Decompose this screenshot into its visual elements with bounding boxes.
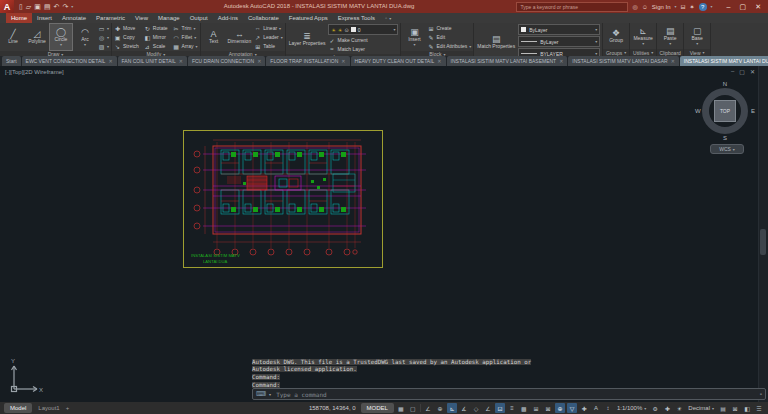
doc-close-icon[interactable]: ✕ [750, 68, 755, 75]
qat-customize-icon[interactable]: ▾ [71, 0, 73, 13]
isometric-drafting-icon[interactable]: ◇ [471, 403, 481, 413]
fillet-button[interactable]: ◠Fillet▾ [173, 33, 198, 41]
customization-icon[interactable]: ☰ [754, 403, 764, 413]
base-button[interactable]: ▢ Base ▾ [686, 24, 708, 48]
tab-close-icon[interactable]: ✕ [108, 58, 112, 64]
ribbon-tab-manage[interactable]: Manage [153, 13, 185, 23]
make-current-button[interactable]: ✓Make Current [328, 36, 398, 44]
linetype-dropdown[interactable]: BYLAYER ▾ [518, 48, 600, 56]
create-block-button[interactable]: ⊞Create [427, 24, 471, 32]
table-button[interactable]: ⊞Table [254, 42, 283, 50]
object-snap-icon[interactable]: ⊡ [495, 403, 505, 413]
3d-object-snap-icon[interactable]: ⊠ [543, 403, 553, 413]
text-button[interactable]: A Text [203, 24, 225, 50]
line-button[interactable]: ╱ Line [2, 24, 24, 50]
linear-button[interactable]: ↔Linear▾ [254, 24, 283, 32]
tab-close-icon[interactable]: ✕ [437, 58, 441, 64]
snap-mode-icon[interactable]: ▢ [408, 403, 418, 413]
ribbon-tab-express-tools[interactable]: Express Tools [333, 13, 380, 23]
close-icon[interactable]: ✕ [751, 0, 765, 13]
panel-utilities-label[interactable]: Utilities▾ [630, 49, 656, 56]
array-button[interactable]: ▦Array▾ [173, 42, 198, 50]
help-icon[interactable]: ? [699, 3, 707, 11]
app-store-icon[interactable]: ⊟ [681, 3, 686, 10]
autoscale-icon[interactable]: ↕ [603, 403, 613, 413]
stretch-button[interactable]: ↘Stretch [114, 42, 139, 50]
file-tab[interactable]: INSTALASI SISTIM MATV LANTAI DASAR✕ [568, 56, 679, 66]
copy-button[interactable]: ▣Copy [114, 33, 139, 41]
model-tab[interactable]: Model [4, 403, 32, 413]
search-icon[interactable]: ◎ [632, 3, 637, 10]
leader-button[interactable]: ↗Leader▾ [254, 33, 283, 41]
lock-ui-icon[interactable]: ⊠ [730, 403, 740, 413]
paste-button[interactable]: ▤ Paste ▾ [659, 24, 681, 48]
viewcube-west[interactable]: W [695, 108, 701, 114]
polyline-button[interactable]: ◿ Polyline [26, 24, 48, 50]
panel-view-label[interactable]: View▾ [684, 49, 710, 56]
vertical-scrollbar[interactable] [758, 66, 768, 402]
match-properties-button[interactable]: ▤ Match Properties [476, 24, 516, 56]
move-button[interactable]: ✚Move [114, 24, 139, 32]
help-caret-icon[interactable]: ▾ [711, 4, 713, 9]
tab-close-icon[interactable]: ✕ [179, 58, 183, 64]
layer-dropdown[interactable]: ☀ ☀ ⊙ 0 ▾ [328, 24, 398, 35]
help-search-input[interactable] [516, 2, 628, 12]
edit-block-button[interactable]: ✎Edit [427, 33, 471, 41]
layer-properties-button[interactable]: ≣ Layer Properties [288, 24, 327, 53]
rectangle-button[interactable]: ▭▾ [98, 24, 109, 32]
panel-layers-label[interactable]: Layers▾ [286, 54, 401, 56]
transparency-icon[interactable]: ▩ [519, 403, 529, 413]
viewcube-south[interactable]: S [723, 135, 727, 141]
ribbon-tab-output[interactable]: Output [185, 13, 213, 23]
grid-display-icon[interactable]: ▦ [396, 403, 406, 413]
viewport-controls[interactable]: [-][Top][2D Wireframe] [5, 69, 64, 75]
selection-filtering-icon[interactable]: ▽ [567, 403, 577, 413]
command-input[interactable] [274, 390, 757, 399]
circle-button[interactable]: ◯ Circle ▾ [50, 24, 72, 50]
graphics-performance-icon[interactable]: ◧ [742, 403, 752, 413]
viewcube-east[interactable]: E [751, 108, 755, 114]
new-file-icon[interactable]: ▯ [19, 0, 23, 13]
maximize-icon[interactable]: ▢ [736, 0, 751, 13]
tab-close-icon[interactable]: ✕ [671, 58, 675, 64]
object-snap-tracking-icon[interactable]: ∠ [483, 403, 493, 413]
tab-close-icon[interactable]: ✕ [257, 58, 261, 64]
file-tab[interactable]: FCU DRAIN CONNECTION✕ [188, 56, 265, 66]
new-layout-button[interactable]: + [66, 405, 70, 411]
ribbon-tab-view[interactable]: View [130, 13, 153, 23]
isolate-objects-icon[interactable]: ☀ [674, 403, 684, 413]
dynamic-ucs-icon[interactable]: ⊕ [555, 403, 565, 413]
gizmo-icon[interactable]: ✚ [579, 403, 589, 413]
scrollbar-thumb[interactable] [760, 229, 766, 255]
ribbon-tab-annotate[interactable]: Annotate [57, 13, 91, 23]
panel-block-label[interactable]: Block▾ [401, 51, 473, 56]
scale-button[interactable]: ⊿Scale [144, 42, 168, 50]
ribbon-tab-home[interactable]: Home [6, 13, 32, 23]
match-layer-button[interactable]: ≈Match Layer [328, 45, 398, 53]
minimize-icon[interactable]: – [723, 0, 735, 13]
ribbon-tab-featured-apps[interactable]: Featured Apps [284, 13, 333, 23]
object-color-dropdown[interactable]: ByLayer ▾ [518, 24, 600, 35]
model-space-button[interactable]: MODEL [361, 403, 394, 413]
file-tab[interactable]: INSTALASI SISTIM MATV LANTAI BASEMENT✕ [447, 56, 568, 66]
panel-groups-label[interactable]: Groups▾ [603, 49, 629, 56]
file-tab-active[interactable]: INSTALASI SISTIM MATV LANTAI DUA✕ [680, 56, 768, 66]
ortho-mode-icon[interactable]: ⊾ [447, 403, 457, 413]
ellipse-button[interactable]: ◎▾ [98, 33, 109, 41]
mirror-button[interactable]: ◧Mirror [144, 33, 168, 41]
insert-block-button[interactable]: ▣ Insert ▾ [403, 24, 425, 50]
edit-attributes-button[interactable]: ✎Edit Attributes▾ [427, 42, 471, 50]
lineweight-dropdown[interactable]: ByLayer ▾ [518, 36, 600, 47]
file-tab[interactable]: EWC VENT CONNECTION DETAIL✕ [22, 56, 117, 66]
selection-cycling-icon[interactable]: ⊞ [531, 403, 541, 413]
hatch-button[interactable]: ▨▾ [98, 42, 109, 50]
sign-in-caret-icon[interactable]: ▾ [675, 4, 677, 9]
layout1-tab[interactable]: Layout1 [35, 405, 62, 411]
panel-modify-label[interactable]: Modify▾ [112, 51, 200, 56]
ribbon-tab-parametric[interactable]: Parametric [91, 13, 130, 23]
file-tab-start[interactable]: Start [2, 56, 21, 66]
ribbon-options-button[interactable]: ◦ ▾ [380, 13, 396, 23]
doc-minimize-icon[interactable]: – [731, 68, 734, 75]
viewcube[interactable]: N S W E TOP [696, 82, 754, 140]
command-bar-grip-icon[interactable]: ▪ [760, 391, 762, 397]
